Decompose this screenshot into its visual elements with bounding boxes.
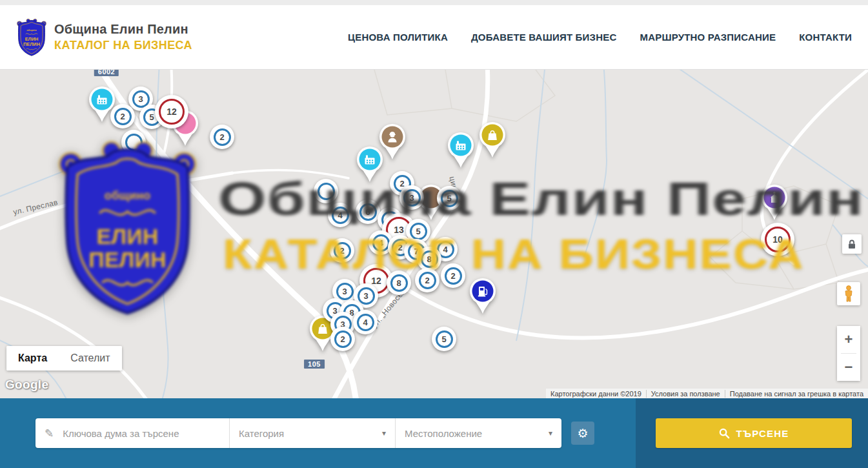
map-cluster-marker[interactable] xyxy=(314,179,338,203)
map-cluster-marker[interactable]: 2 xyxy=(330,238,354,263)
gear-icon: ⚙ xyxy=(577,426,588,441)
map-cluster-marker[interactable]: 5 xyxy=(432,327,456,351)
map-canvas[interactable]: 6002105ул. Преславбул. „Новоселции“ xyxy=(0,70,868,398)
svg-text:общино: общино xyxy=(26,28,37,32)
lock-button[interactable] xyxy=(842,234,862,254)
lock-icon xyxy=(847,239,856,249)
nav-pricing-policy[interactable]: ЦЕНОВА ПОЛИТИКА xyxy=(348,32,448,43)
municipality-crest-logo: общино ЕЛИН ПЕЛИН xyxy=(16,18,47,57)
advanced-settings-button[interactable]: ⚙ xyxy=(571,422,594,445)
road-label: 105 xyxy=(304,360,325,369)
map-cluster-marker[interactable]: 10 xyxy=(761,223,794,256)
map-cluster-marker[interactable]: 2 xyxy=(110,104,135,128)
nav-route-schedule[interactable]: МАРШРУТНО РАЗПИСАНИЕ xyxy=(640,32,776,43)
svg-text:ПЕЛИН: ПЕЛИН xyxy=(23,41,40,46)
chevron-down-icon: ▾ xyxy=(382,429,386,438)
map-type-satellite-button[interactable]: Сателит xyxy=(59,346,121,371)
google-logo: Google xyxy=(5,378,48,392)
attribution-report-error-link[interactable]: Подаване на сигнал за грешка в картата xyxy=(725,390,868,398)
map-cluster-marker[interactable]: 2 xyxy=(441,263,465,288)
chevron-down-icon: ▾ xyxy=(549,429,552,438)
attribution-terms-link[interactable]: Условия за ползване xyxy=(646,390,725,398)
nav-contacts[interactable]: КОНТАКТИ xyxy=(799,32,852,43)
map-cluster-marker[interactable]: 4 xyxy=(353,310,378,334)
site-title: Община Елин Пелин xyxy=(54,22,192,37)
map-pin-factory[interactable] xyxy=(446,131,476,170)
pencil-icon: ✎ xyxy=(45,427,54,440)
attribution-copyright: Картографски данни ©2019 xyxy=(546,390,646,398)
search-bar: ✎ Категория ▾ Местоположение ▾ ⚙ ТЪРСЕНЕ xyxy=(0,398,868,468)
main-nav: ЦЕНОВА ПОЛИТИКА ДОБАВЕТЕ ВАШИЯТ БИЗНЕС М… xyxy=(348,32,852,43)
keyword-input[interactable] xyxy=(61,427,220,440)
map-cluster-marker[interactable] xyxy=(121,130,146,154)
site-subtitle: КАТАЛОГ НА БИЗНЕСА xyxy=(54,39,192,52)
location-dropdown[interactable]: Местоположение ▾ xyxy=(395,418,561,448)
map-cluster-marker[interactable]: 5 xyxy=(437,186,461,210)
map-pin-factory[interactable] xyxy=(355,145,385,184)
brand[interactable]: общино ЕЛИН ПЕЛИН Община Елин Пелин КАТА… xyxy=(16,18,192,57)
zoom-control: + − xyxy=(837,326,860,381)
search-button[interactable]: ТЪРСЕНЕ xyxy=(656,418,852,448)
map-cluster-marker[interactable]: 3 xyxy=(399,185,424,210)
keyword-field[interactable]: ✎ xyxy=(35,418,229,448)
category-dropdown-label: Категория xyxy=(239,428,377,439)
map-cluster-marker[interactable]: 6 xyxy=(356,199,380,224)
map-attribution: Картографски данни ©2019 Условия за полз… xyxy=(546,389,868,398)
map-cluster-marker[interactable]: 12 xyxy=(155,95,188,128)
map-cluster-marker[interactable]: 4 xyxy=(328,203,352,227)
nav-add-your-business[interactable]: ДОБАВЕТЕ ВАШИЯТ БИЗНЕС xyxy=(471,32,616,43)
map-type-control: Карта Сателит xyxy=(6,346,122,371)
road-label: 6002 xyxy=(94,70,119,76)
location-dropdown-label: Местоположение xyxy=(405,428,543,439)
map-cluster-marker[interactable]: 2 xyxy=(210,125,234,149)
map-pin-fuel[interactable] xyxy=(468,277,498,316)
search-fields-group: ✎ Категория ▾ Местоположение ▾ xyxy=(35,418,561,448)
map-cluster-marker[interactable]: 2 xyxy=(415,268,439,292)
zoom-out-button[interactable]: − xyxy=(837,354,860,381)
search-button-label: ТЪРСЕНЕ xyxy=(736,428,789,439)
pegman-icon xyxy=(843,285,854,302)
map-type-map-button[interactable]: Карта xyxy=(6,346,59,371)
category-dropdown[interactable]: Категория ▾ xyxy=(229,418,395,448)
map-cluster-marker[interactable]: 2 xyxy=(330,327,355,351)
map-pin-church[interactable] xyxy=(760,183,789,222)
street-view-pegman[interactable] xyxy=(837,282,860,305)
zoom-in-button[interactable]: + xyxy=(837,326,860,353)
search-icon xyxy=(719,428,730,439)
map-cluster-marker[interactable]: 8 xyxy=(387,270,411,295)
header: общино ЕЛИН ПЕЛИН Община Елин Пелин КАТА… xyxy=(0,5,868,70)
map-pin-bag[interactable] xyxy=(478,121,507,159)
page-top-strip xyxy=(0,0,868,5)
